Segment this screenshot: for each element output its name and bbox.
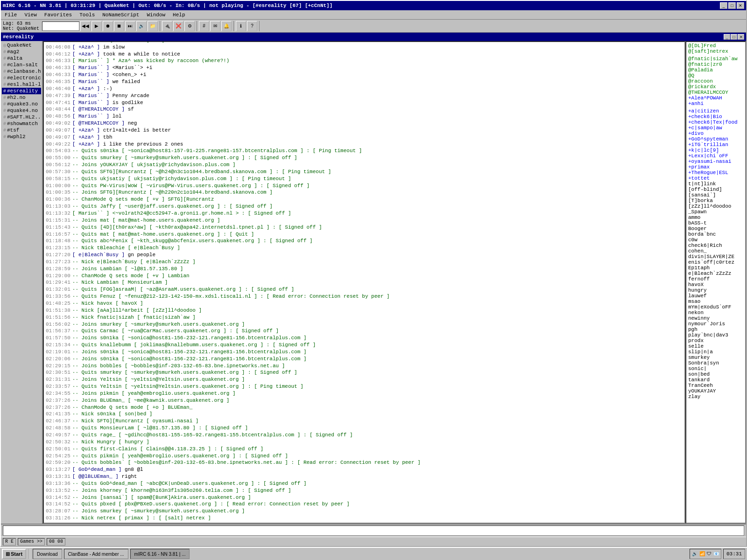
list-item[interactable]: +Lexx|chi`oFF xyxy=(687,153,744,159)
sidebar-item-quake4no[interactable]: # #quake4.no xyxy=(2,107,41,114)
tb-help[interactable]: ? xyxy=(247,21,257,31)
taskbar-btn-mirc[interactable]: mIRC 6.16 - NN 3.81 | ... xyxy=(130,549,190,559)
list-item[interactable]: slip|n|a xyxy=(687,349,744,355)
list-item[interactable]: +GoD^spyteman xyxy=(687,136,744,142)
minimize-button[interactable]: _ xyxy=(720,2,727,9)
list-item[interactable]: @[saft]netrex xyxy=(687,49,744,54)
list-item[interactable]: divin|SLAYER|ZE xyxy=(687,254,744,259)
tb-btn-1[interactable]: ◀◀ xyxy=(80,21,91,31)
sidebar-item-ag2[interactable]: # #ag2 xyxy=(2,49,41,55)
list-item[interactable]: +oyasumi-nasai xyxy=(687,159,744,164)
start-button[interactable]: ⊞ Start xyxy=(2,549,26,559)
close-button[interactable]: ✕ xyxy=(737,2,744,9)
menu-view[interactable]: View xyxy=(22,12,38,18)
list-item[interactable]: @[DL]Fred xyxy=(687,43,744,49)
list-item[interactable]: c0w xyxy=(687,237,744,243)
list-item[interactable]: lauwef xyxy=(687,293,744,299)
list-item[interactable]: son|bed xyxy=(687,371,744,377)
list-item[interactable]: prodx xyxy=(687,338,744,343)
sidebar-item-saft-hl2[interactable]: # #SAFT.HL2.. xyxy=(2,114,41,120)
tb-connect[interactable]: 🔌 xyxy=(162,21,172,31)
menu-help[interactable]: Help xyxy=(171,12,187,18)
menu-nonamescript[interactable]: NoNameScript xyxy=(100,12,141,18)
list-item[interactable]: hungry xyxy=(687,287,744,293)
list-item[interactable]: +k|c|lc[9] xyxy=(687,147,744,153)
list-item[interactable]: @Paladia xyxy=(687,67,744,73)
list-item[interactable]: @Q xyxy=(687,73,744,78)
list-item[interactable]: cohen_ xyxy=(687,248,744,254)
list-item[interactable]: [off-blind] xyxy=(687,187,744,192)
list-item[interactable]: fernoff xyxy=(687,276,744,282)
tb-btn-7[interactable]: 📁 xyxy=(148,21,158,31)
inner-close[interactable]: ✕ xyxy=(738,34,744,40)
list-item[interactable]: @rickardx xyxy=(687,84,744,90)
menu-file[interactable]: File xyxy=(3,12,19,18)
tb-btn-4[interactable]: ⏹ xyxy=(114,21,124,31)
sidebar-item-showmatch[interactable]: # #showmatch xyxy=(2,120,41,127)
list-item[interactable]: play`bnc|dav3 xyxy=(687,332,744,338)
tb-btn-2[interactable]: ▶ xyxy=(92,21,102,31)
tb-disconnect[interactable]: ❌ xyxy=(173,21,183,31)
sidebar-item-esreality[interactable]: # #esreality xyxy=(2,88,41,94)
list-item[interactable]: +c|sampo|aw xyxy=(687,125,744,131)
menu-tools[interactable]: Tools xyxy=(78,12,97,18)
list-item[interactable]: Ep1taph xyxy=(687,265,744,271)
list-item[interactable]: TranCeeh xyxy=(687,383,744,388)
list-item[interactable]: +iTG`trillian xyxy=(687,142,744,147)
sidebar-item-tsf[interactable]: # #tsf xyxy=(2,127,41,133)
list-item[interactable]: newinny xyxy=(687,315,744,321)
list-item[interactable]: tankard xyxy=(687,377,744,383)
taskbar-btn-download[interactable]: Download xyxy=(33,549,62,559)
list-item[interactable]: selle xyxy=(687,343,744,349)
sidebar-item-quake3no[interactable]: # #quake3.no xyxy=(2,101,41,107)
list-item[interactable]: @raccoon xyxy=(687,78,744,84)
sidebar-item-wphl2[interactable]: # #wphl2 xyxy=(2,133,41,140)
list-item[interactable]: +a|citizen xyxy=(687,108,744,114)
list-item[interactable]: borda`bnc xyxy=(687,231,744,237)
tb-notify[interactable]: 🔔 xyxy=(221,21,232,31)
list-item[interactable]: Booger xyxy=(687,226,744,231)
list-item[interactable]: zlay xyxy=(687,394,744,399)
sidebar-item-esl-halflife2[interactable]: # #esl.hall-life2 xyxy=(2,81,41,88)
list-item[interactable]: +Alea^POWAH xyxy=(687,95,744,101)
taskbar-btn-clanbase[interactable]: ClanBase - Add member ... xyxy=(64,549,128,559)
list-item[interactable]: [zZz]ll^doodoo xyxy=(687,203,744,209)
list-item[interactable]: msao xyxy=(687,299,744,304)
tb-btn-3[interactable]: ⏺ xyxy=(103,21,113,31)
list-item[interactable]: enis`off|c0rtez xyxy=(687,259,744,265)
list-item[interactable]: nymour`Joris xyxy=(687,321,744,327)
sidebar-item-clanbase-hl2[interactable]: # #clanbase.hl2 xyxy=(2,68,41,75)
list-item[interactable]: [sansai`] xyxy=(687,192,744,198)
inner-maximize[interactable]: □ xyxy=(731,34,737,40)
list-item[interactable]: +divo xyxy=(687,131,744,136)
message-input[interactable] xyxy=(3,525,744,536)
tb-channel-list[interactable]: # xyxy=(199,21,209,31)
list-item[interactable]: @fnatic|sizah`aw xyxy=(687,56,744,62)
list-item[interactable]: +TheRogue|ESL xyxy=(687,170,744,175)
list-item[interactable]: pgh xyxy=(687,327,744,332)
list-item[interactable]: +check6|Tex|food xyxy=(687,119,744,125)
list-item[interactable]: +anhi xyxy=(687,101,744,106)
tb-btn-6[interactable]: 🔊 xyxy=(136,21,147,31)
list-item[interactable]: smurkey xyxy=(687,355,744,360)
list-item[interactable]: +tottet xyxy=(687,175,744,181)
server-input[interactable] xyxy=(42,21,79,31)
list-item[interactable]: bASS-t xyxy=(687,220,744,226)
list-item[interactable]: ammo xyxy=(687,215,744,220)
tb-query[interactable]: ✉ xyxy=(210,21,220,31)
tb-info[interactable]: ℹ xyxy=(236,21,246,31)
list-item[interactable]: Sonbra|syn xyxy=(687,360,744,366)
list-item[interactable]: _Spawn xyxy=(687,209,744,215)
sidebar-item-alta[interactable]: # #alta xyxy=(2,55,41,62)
sidebar-item-h2no[interactable]: # #h2.no xyxy=(2,94,41,101)
list-item[interactable]: havoX xyxy=(687,282,744,287)
maximize-button[interactable]: □ xyxy=(728,2,736,9)
tb-btn-5[interactable]: ⏭ xyxy=(125,21,135,31)
list-item[interactable]: @THERAILMCCOY xyxy=(687,90,744,95)
tb-options[interactable]: ⚙ xyxy=(184,21,195,31)
list-item[interactable]: yOUKAYJAY xyxy=(687,388,744,394)
sidebar-item-quakenet[interactable]: ◎ QuakeNet xyxy=(2,42,41,49)
list-item[interactable]: sonic| xyxy=(687,366,744,371)
list-item[interactable]: e|Bleach`zZzZz xyxy=(687,271,744,276)
list-item[interactable]: t|nt]link xyxy=(687,181,744,187)
